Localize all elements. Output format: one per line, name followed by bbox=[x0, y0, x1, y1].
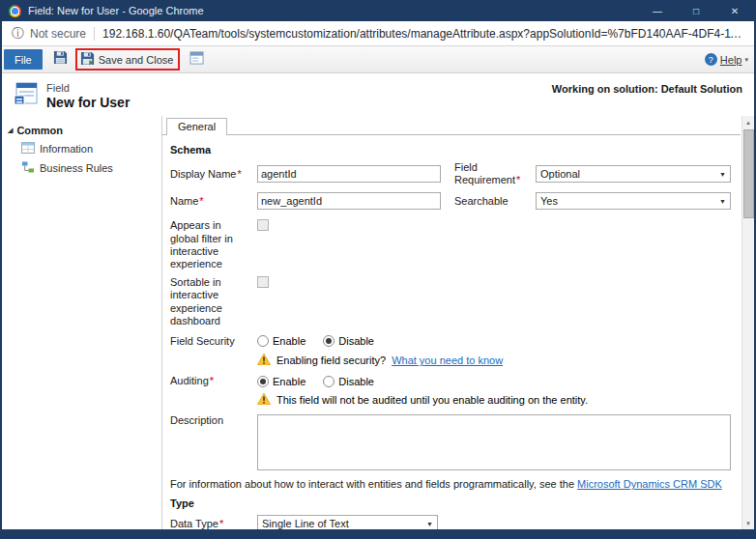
window-title: Field: New for User - Google Chrome bbox=[28, 5, 638, 16]
searchable-select[interactable]: Yes ▼ bbox=[536, 192, 731, 210]
chevron-down-icon: ▼ bbox=[719, 171, 726, 178]
sortable-label: Sortable in interactive experience dashb… bbox=[170, 276, 257, 327]
entity-header: Field New for User Working on solution: … bbox=[2, 73, 754, 116]
display-name-input[interactable] bbox=[257, 165, 441, 183]
required-marker: * bbox=[516, 174, 520, 185]
address-bar: ⓘ Not secure 192.168.1.60/QATeam/tools/s… bbox=[2, 21, 754, 46]
sidebar-item-label: Business Rules bbox=[40, 162, 113, 174]
description-label: Description bbox=[170, 414, 257, 427]
data-type-row: Data Type* Single Line of Text ▼ bbox=[170, 515, 731, 529]
sidebar-item-label: Information bbox=[40, 143, 93, 155]
url-text[interactable]: 192.168.1.60/QATeam/tools/systemcustomiz… bbox=[102, 27, 744, 41]
description-textarea[interactable] bbox=[257, 414, 731, 470]
sidebar-item-business-rules[interactable]: Business Rules bbox=[2, 158, 161, 178]
field-requirement-select[interactable]: Optional ▼ bbox=[536, 165, 731, 183]
auditing-row: Auditing* Enable Disable bbox=[170, 375, 731, 387]
sidebar-group-common[interactable]: ◢ Common bbox=[2, 122, 161, 139]
browser-window: Field: New for User - Google Chrome — □ … bbox=[0, 0, 756, 539]
crm-sdk-link[interactable]: Microsoft Dynamics CRM SDK bbox=[577, 478, 722, 490]
working-on-solution: Working on solution: Default Solution bbox=[552, 83, 742, 95]
name-row: Name* Searchable Yes ▼ bbox=[170, 192, 731, 210]
file-button[interactable]: File bbox=[4, 49, 43, 70]
auditing-options: Enable Disable bbox=[257, 376, 386, 387]
description-row: Description bbox=[170, 414, 731, 470]
show-dependencies-button[interactable] bbox=[186, 49, 207, 71]
info-icon[interactable]: ⓘ bbox=[12, 25, 24, 43]
tab-strip: General bbox=[162, 116, 741, 135]
form-content: Schema Display Name* Field Requirement* … bbox=[162, 135, 754, 529]
chevron-down-icon: ▾ bbox=[744, 56, 748, 64]
warning-icon bbox=[257, 393, 271, 407]
information-icon bbox=[21, 142, 35, 156]
vertical-scrollbar[interactable]: ▲ ▼ bbox=[741, 116, 754, 529]
chevron-down-icon: ▼ bbox=[719, 198, 726, 205]
radio-selected-icon bbox=[323, 335, 334, 347]
what-you-need-to-know-link[interactable]: What you need to know bbox=[392, 355, 503, 366]
radio-unselected-icon bbox=[323, 376, 334, 387]
name-label: Name* bbox=[170, 195, 257, 208]
field-security-disable-option[interactable]: Disable bbox=[323, 335, 374, 347]
title-bar: Field: New for User - Google Chrome — □ … bbox=[2, 0, 754, 21]
sortable-row: Sortable in interactive experience dashb… bbox=[170, 276, 731, 327]
field-security-warning-text: Enabling field security? bbox=[276, 355, 386, 366]
sidebar-group-label: Common bbox=[16, 125, 63, 136]
window-body: ◢ Common Information Business Rules Gene… bbox=[2, 116, 754, 529]
global-filter-checkbox[interactable] bbox=[257, 219, 269, 231]
address-separator bbox=[94, 27, 95, 41]
save-and-close-label: Save and Close bbox=[99, 54, 174, 66]
auditing-enable-option[interactable]: Enable bbox=[257, 376, 305, 387]
entity-title-block: Field New for User bbox=[46, 82, 130, 110]
searchable-value: Yes bbox=[540, 195, 558, 207]
field-security-label: Field Security bbox=[170, 335, 257, 348]
global-filter-label: Appears in global filter in interactive … bbox=[170, 219, 257, 270]
maximize-button[interactable]: □ bbox=[677, 0, 715, 21]
tab-general[interactable]: General bbox=[166, 118, 227, 135]
scroll-down-icon[interactable]: ▼ bbox=[742, 517, 755, 529]
field-security-enable-option[interactable]: Enable bbox=[257, 335, 305, 347]
chrome-icon bbox=[9, 5, 21, 17]
data-type-label: Data Type* bbox=[170, 518, 257, 529]
radio-selected-icon bbox=[257, 376, 269, 387]
display-name-row: Display Name* Field Requirement* Optiona… bbox=[170, 161, 731, 186]
chevron-down-icon: ▼ bbox=[426, 521, 433, 527]
auditing-label: Auditing* bbox=[170, 375, 257, 387]
help-icon: ? bbox=[705, 53, 717, 66]
collapse-arrow-icon: ◢ bbox=[8, 127, 13, 134]
field-entity-icon bbox=[14, 81, 39, 110]
required-marker: * bbox=[210, 375, 214, 386]
window-bottom-border bbox=[2, 529, 754, 539]
crm-toolbar: File Save and Close ? Help ▾ bbox=[2, 46, 754, 73]
sortable-checkbox[interactable] bbox=[257, 276, 269, 288]
global-filter-row: Appears in global filter in interactive … bbox=[170, 219, 731, 270]
annotation-highlight-box: Save and Close bbox=[75, 48, 181, 71]
sdk-note: For information about how to interact wi… bbox=[170, 478, 731, 490]
name-input[interactable] bbox=[257, 192, 441, 210]
data-type-select[interactable]: Single Line of Text ▼ bbox=[257, 515, 438, 529]
data-type-value: Single Line of Text bbox=[262, 518, 349, 529]
save-and-close-button[interactable]: Save and Close bbox=[80, 51, 174, 68]
field-requirement-label: Field Requirement* bbox=[454, 161, 536, 186]
type-section-heading: Type bbox=[170, 497, 731, 509]
business-rules-icon bbox=[21, 161, 35, 175]
auditing-warning-text: This field will not be audited until you… bbox=[276, 394, 588, 406]
save-button[interactable] bbox=[50, 49, 72, 71]
required-marker: * bbox=[219, 518, 223, 529]
scrollbar-thumb[interactable] bbox=[743, 129, 754, 218]
radio-unselected-icon bbox=[257, 335, 269, 347]
scroll-up-icon[interactable]: ▲ bbox=[742, 116, 755, 128]
help-menu[interactable]: ? Help ▾ bbox=[705, 53, 748, 66]
field-requirement-value: Optional bbox=[540, 168, 580, 180]
field-security-enable-label: Enable bbox=[273, 335, 305, 347]
security-status: Not secure bbox=[30, 27, 86, 41]
minimize-button[interactable]: — bbox=[638, 0, 677, 21]
form-window-icon bbox=[189, 51, 204, 69]
window-controls: — □ ✕ bbox=[638, 0, 754, 21]
sidebar: ◢ Common Information Business Rules bbox=[2, 116, 162, 529]
close-button[interactable]: ✕ bbox=[715, 0, 754, 21]
field-security-disable-label: Disable bbox=[338, 335, 374, 347]
warning-icon bbox=[257, 354, 271, 367]
sidebar-item-information[interactable]: Information bbox=[2, 139, 161, 158]
field-security-row: Field Security Enable Disable bbox=[170, 335, 731, 348]
auditing-disable-option[interactable]: Disable bbox=[323, 376, 374, 387]
save-icon bbox=[53, 50, 68, 69]
